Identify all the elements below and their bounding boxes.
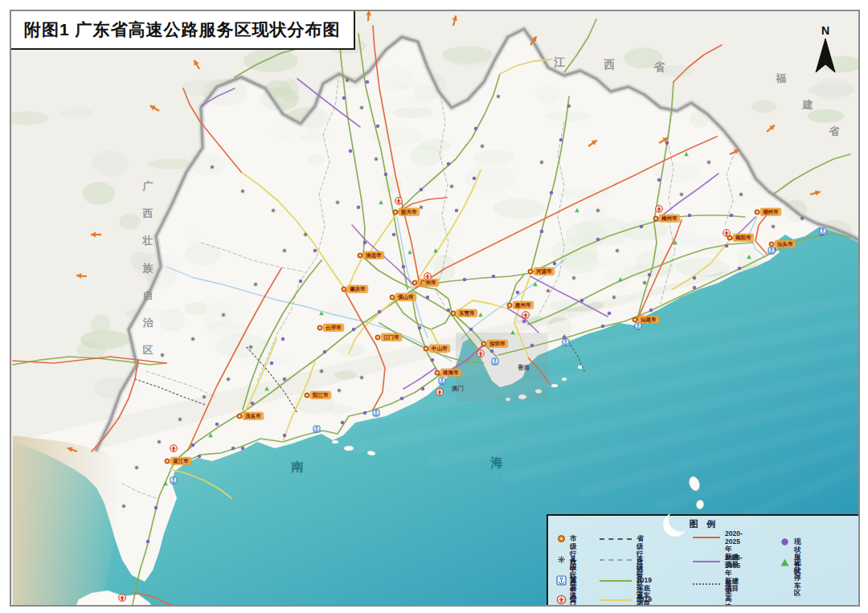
service-area-icon bbox=[649, 309, 653, 313]
service-area-icon bbox=[447, 309, 451, 313]
city-center-dot bbox=[530, 271, 531, 272]
city-label: 云浮市 bbox=[326, 325, 342, 331]
city-center-dot bbox=[319, 327, 321, 329]
port-icon bbox=[768, 247, 775, 254]
geo-label-char: 西 bbox=[604, 58, 615, 71]
island bbox=[551, 384, 558, 387]
service-area-icon bbox=[516, 291, 520, 295]
legend-line-sample bbox=[600, 599, 632, 601]
service-area-icon bbox=[418, 326, 422, 330]
legend-line-sample bbox=[693, 583, 720, 585]
terrain-blob bbox=[813, 78, 854, 100]
service-area-icon bbox=[693, 286, 697, 290]
island bbox=[344, 446, 354, 451]
map-figure: 韶关市清远市河源市梅州市潮州市汕头市揭阳市汕尾市惠州市东莞市深圳市香港澳门珠海市… bbox=[0, 0, 868, 613]
airport-icon bbox=[656, 206, 663, 213]
service-area-icon bbox=[553, 262, 557, 266]
service-area-icon bbox=[540, 230, 544, 234]
service-area-icon bbox=[251, 402, 255, 406]
service-area-icon bbox=[550, 191, 554, 195]
city-label: 阳江市 bbox=[313, 392, 329, 398]
service-area-icon bbox=[352, 328, 356, 332]
service-area-icon bbox=[366, 80, 370, 84]
legend-line-sample bbox=[693, 537, 720, 538]
airport-icon bbox=[170, 445, 178, 452]
city-center-dot bbox=[509, 304, 510, 306]
geo-label-char: 壮 bbox=[142, 235, 154, 247]
service-area-icon bbox=[281, 337, 285, 341]
geo-label-char: 西 bbox=[142, 207, 154, 219]
north-arrow: N bbox=[807, 24, 844, 77]
service-area-icon bbox=[270, 362, 274, 366]
service-area-icon bbox=[431, 358, 435, 362]
service-area-icon bbox=[725, 244, 729, 248]
service-area-icon bbox=[780, 537, 790, 547]
port-icon bbox=[492, 358, 498, 365]
city-center-dot bbox=[359, 255, 361, 256]
north-arrow-icon bbox=[809, 37, 841, 76]
service-area-icon bbox=[420, 188, 424, 192]
service-area-icon bbox=[283, 378, 287, 382]
airport-icon bbox=[436, 389, 444, 396]
geo-label-char: 区 bbox=[143, 344, 154, 356]
city-center-dot bbox=[655, 218, 657, 219]
service-area-icon bbox=[241, 447, 245, 451]
port-icon bbox=[439, 378, 445, 384]
service-area-icon bbox=[215, 423, 219, 427]
city-center-dot bbox=[452, 313, 454, 314]
geo-label-char: 自 bbox=[143, 289, 154, 301]
geo-label-char: 福 bbox=[776, 72, 787, 84]
city-label: 东莞市 bbox=[458, 310, 475, 317]
service-area-icon-part bbox=[781, 538, 788, 545]
service-area-icon bbox=[640, 225, 644, 229]
port-icon bbox=[373, 410, 379, 416]
legend-item-label: 展望高速 bbox=[725, 580, 732, 607]
service-area-icon bbox=[665, 141, 669, 145]
moon-shape bbox=[669, 508, 693, 532]
city-center-dot bbox=[771, 243, 772, 245]
service-area-icon bbox=[492, 275, 496, 279]
city-center-dot bbox=[377, 337, 379, 338]
service-area-icon bbox=[693, 276, 697, 280]
city-center-dot bbox=[306, 394, 308, 396]
service-area-icon bbox=[363, 241, 367, 245]
city-label: 澳门 bbox=[451, 385, 464, 392]
city-center-dot bbox=[414, 282, 416, 284]
service-area-icon bbox=[283, 434, 287, 438]
legend-item-label: 现状停车区 bbox=[794, 559, 801, 598]
service-area-icon bbox=[363, 411, 367, 415]
service-area-icon bbox=[198, 455, 202, 459]
service-area-icon bbox=[455, 209, 459, 213]
geo-label-char: 省 bbox=[653, 60, 665, 73]
service-area-icon bbox=[392, 233, 396, 237]
city-label: 中山市 bbox=[432, 345, 448, 352]
city-label: 肇庆市 bbox=[350, 286, 366, 292]
city-center-dot bbox=[391, 296, 393, 298]
service-area-icon bbox=[342, 96, 346, 100]
legend-title: 图 例 bbox=[548, 518, 860, 530]
service-area-icon bbox=[530, 344, 534, 348]
city-center-icon bbox=[556, 533, 567, 544]
city-label: 茂名市 bbox=[244, 413, 261, 419]
island bbox=[562, 378, 567, 381]
service-area-icon bbox=[447, 162, 451, 166]
city-label: 香港 bbox=[518, 364, 530, 371]
legend-line-sample bbox=[600, 538, 632, 540]
service-area-icon bbox=[688, 214, 692, 218]
service-area-icon bbox=[421, 387, 425, 391]
city-label: 清远市 bbox=[365, 252, 382, 259]
port-icon bbox=[313, 426, 320, 432]
service-area-icon bbox=[738, 267, 742, 271]
parking-area-icon bbox=[780, 558, 790, 568]
geo-label-char: 建 bbox=[802, 99, 813, 111]
service-area-icon bbox=[299, 280, 303, 284]
city-label: 惠州市 bbox=[514, 302, 531, 309]
service-area-icon bbox=[490, 349, 494, 353]
legend: 图 例 市级行政中心县级行政中心重要港口运输机场省级行政边界市级行政边界2019… bbox=[547, 514, 860, 607]
city-center-dot bbox=[729, 237, 731, 239]
geo-label-char: 海 bbox=[490, 456, 503, 469]
port-icon bbox=[563, 339, 569, 345]
city-label: 佛山市 bbox=[397, 294, 414, 300]
city-label: 潮州市 bbox=[762, 209, 779, 215]
city-label: 江门市 bbox=[383, 334, 399, 341]
